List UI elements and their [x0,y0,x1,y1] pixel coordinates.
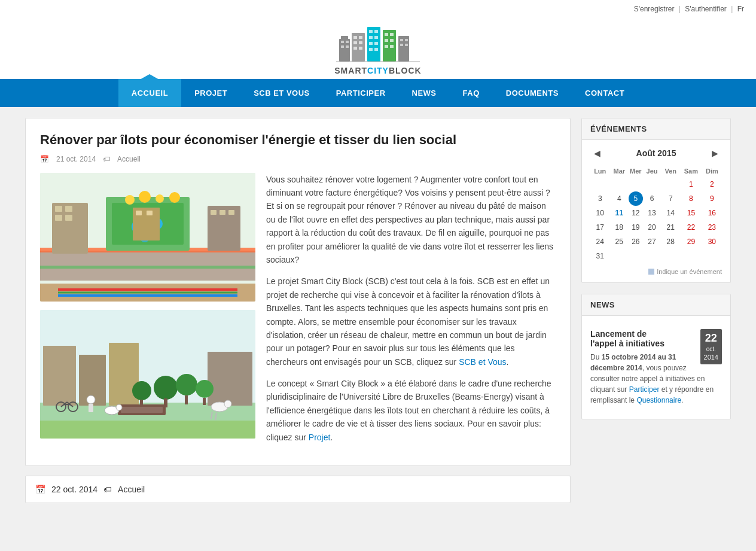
cal-day [661,177,680,191]
nav-accueil[interactable]: ACCUEIL [118,79,181,107]
logo[interactable]: SMARTCITYBLOCK [334,24,421,75]
cal-day [609,177,629,191]
cal-day-8[interactable]: 8 [680,191,702,206]
top-bar: S'enregistrer | S'authentifier | Fr [0,0,756,18]
small-article: 📅 22 oct. 2014 🏷 Accueil [25,476,571,503]
cal-day-20[interactable]: 20 [643,220,662,235]
cal-day-1[interactable]: 1 [680,177,702,191]
cal-day-3[interactable]: 3 [590,191,609,206]
cal-day-2[interactable]: 2 [702,177,722,191]
svg-rect-63 [147,211,153,215]
legend-box [648,269,654,275]
cal-day-10[interactable]: 10 [590,206,609,220]
cal-day [702,249,722,263]
cal-week-1: 1 2 [590,177,722,191]
calendar-month: Août 2015 [636,148,676,158]
projet-link[interactable]: Projet [309,433,331,442]
cal-day-16[interactable]: 16 [702,206,722,220]
participer-link[interactable]: Participer [629,385,660,394]
nav-documents[interactable]: DOCUMENTS [493,79,572,107]
sidebar: ÉVÉNEMENTS ◀ Août 2015 ▶ Lun Mar Mer Jeu… [581,118,731,503]
navigation: ACCUEIL PROJET SCB ET VOUS PARTICIPER NE… [0,79,756,107]
svg-rect-59 [220,210,225,215]
cal-day-7[interactable]: 7 [661,191,680,206]
cal-day-28[interactable]: 28 [661,235,680,249]
cal-day-11[interactable]: 11 [609,206,629,220]
cal-header-mar: Mar [609,165,629,177]
cal-day-13[interactable]: 13 [643,206,662,220]
svg-point-49 [169,192,180,203]
cal-header-ven: Ven [661,165,680,177]
svg-point-71 [154,376,178,400]
cal-day-18[interactable]: 18 [609,220,629,235]
calendar-prev[interactable]: ◀ [590,147,604,159]
cal-header-sam: Sam [680,165,702,177]
svg-rect-67 [43,346,76,406]
news-widget-body: 22 oct. 2014 Lancement del'appel à initi… [582,316,730,419]
calendar-next[interactable]: ▶ [708,147,722,159]
cal-day-9[interactable]: 9 [702,191,722,206]
svg-rect-60 [228,210,234,215]
cal-day-29[interactable]: 29 [680,235,702,249]
cal-day-17[interactable]: 17 [590,220,609,235]
svg-rect-11 [353,47,357,50]
questionnaire-link[interactable]: Questionnaire [636,396,681,404]
calendar-icon: 📅 [40,155,49,163]
nav-projet[interactable]: PROJET [181,79,240,107]
svg-point-89 [116,404,122,410]
logo-svg [336,24,420,63]
svg-rect-41 [65,206,72,212]
events-widget: ÉVÉNEMENTS ◀ Août 2015 ▶ Lun Mar Mer Jeu… [581,118,731,283]
svg-rect-28 [390,45,394,48]
cal-header-dim: Dim [702,165,722,177]
cal-day-21[interactable]: 21 [661,220,680,235]
nav-contact[interactable]: CONTACT [572,79,638,107]
cal-day-15[interactable]: 15 [680,206,702,220]
article-para-1: Vous souhaitez rénover votre logement ? … [266,173,556,267]
svg-rect-21 [374,48,378,51]
cal-day [680,249,702,263]
nav-scb-et-vous[interactable]: SCB ET VOUS [240,79,323,107]
svg-rect-32 [400,44,403,46]
cal-day-5[interactable]: 5 [629,191,643,206]
svg-rect-16 [369,36,373,39]
svg-rect-20 [369,48,373,51]
cal-day-19[interactable]: 19 [629,220,643,235]
events-widget-body: ◀ Août 2015 ▶ Lun Mar Mer Jeu Ven Sam Di [582,140,730,282]
svg-rect-3 [346,41,349,43]
article-text: Vous souhaitez rénover votre logement ? … [266,173,556,452]
cal-day-22[interactable]: 22 [680,220,702,235]
article-images [40,173,255,452]
cal-day-12[interactable]: 12 [629,206,643,220]
svg-point-91 [224,400,231,407]
cal-day-6[interactable]: 6 [643,191,662,206]
cal-day-31[interactable]: 31 [590,249,609,263]
cal-day-14[interactable]: 14 [661,206,680,220]
svg-rect-23 [385,33,388,36]
svg-rect-18 [369,42,373,45]
cal-day-23[interactable]: 23 [702,220,722,235]
nav-news[interactable]: NEWS [399,79,450,107]
cal-day-25[interactable]: 25 [609,235,629,249]
cal-day-27[interactable]: 27 [643,235,662,249]
cal-day-4[interactable]: 4 [609,191,629,206]
scb-vous-link[interactable]: SCB et Vous [459,357,506,367]
svg-rect-26 [390,39,394,42]
svg-rect-2 [341,41,344,43]
cal-day-26[interactable]: 26 [629,235,643,249]
svg-rect-4 [341,45,344,48]
svg-rect-7 [353,36,357,39]
cal-day-30[interactable]: 30 [702,235,722,249]
login-link[interactable]: S'authentifier [685,5,727,13]
cal-day-24[interactable]: 24 [590,235,609,249]
svg-point-75 [196,380,214,398]
nav-faq[interactable]: FAQ [450,79,493,107]
article-para-3: Le concept « Smart City Block » a été él… [266,377,556,444]
register-link[interactable]: S'enregistrer [634,5,675,13]
nav-participer[interactable]: PARTICIPER [323,79,399,107]
logo-block: BLOCK [389,66,422,75]
lang-link[interactable]: Fr [737,5,744,13]
news-year: 2014 [704,354,718,361]
cal-day [629,177,643,191]
main-wrapper: Rénover par îlots pour économiser l'éner… [19,118,737,503]
